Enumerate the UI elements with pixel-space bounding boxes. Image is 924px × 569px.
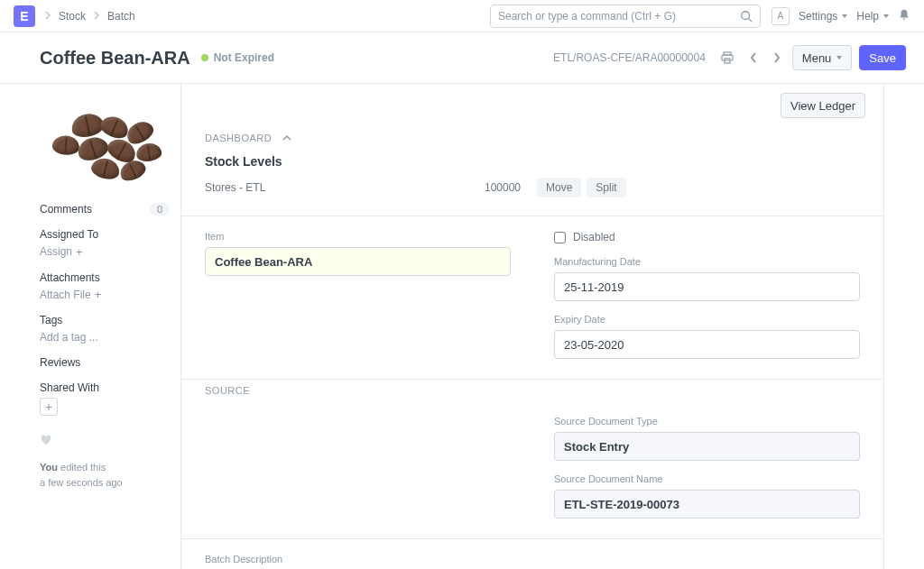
status-badge: Not Expired — [201, 51, 274, 64]
breadcrumb: Stock Batch — [44, 10, 135, 23]
breadcrumb-stock[interactable]: Stock — [59, 10, 86, 23]
stock-store: Stores - ETL — [205, 181, 439, 194]
dashboard-section-label: DASHBOARD — [205, 133, 272, 143]
disabled-checkbox[interactable] — [554, 232, 566, 243]
split-button[interactable]: Split — [587, 178, 625, 197]
chevron-right-icon — [93, 10, 100, 23]
assigned-to-label: Assigned To — [40, 228, 170, 241]
mfg-date-input[interactable] — [554, 272, 860, 301]
search-icon — [740, 10, 753, 23]
plus-icon: + — [95, 288, 102, 301]
add-tag-button[interactable]: Add a tag ... — [40, 331, 98, 344]
chevron-right-icon — [44, 10, 51, 23]
search-input[interactable] — [498, 5, 740, 27]
attach-text: Attach File — [40, 289, 91, 301]
view-ledger-button[interactable]: View Ledger — [781, 93, 865, 118]
print-icon[interactable] — [716, 49, 738, 67]
source-doc-name-label: Source Document Name — [554, 473, 860, 484]
reviews-label: Reviews — [40, 356, 170, 369]
add-share-button[interactable]: + — [40, 398, 58, 416]
next-doc-icon[interactable] — [769, 50, 785, 66]
document-id: ETL/ROAS-CFE/ARA00000004 — [553, 51, 706, 64]
item-image[interactable] — [40, 98, 175, 187]
stock-quantity: 100000 — [439, 181, 521, 194]
stock-levels-heading: Stock Levels — [205, 154, 860, 169]
settings-menu[interactable]: Settings — [799, 10, 847, 23]
edit-when: a few seconds ago — [40, 475, 170, 491]
expiry-date-input[interactable] — [554, 330, 860, 359]
source-doc-type-input[interactable] — [554, 432, 860, 461]
item-input[interactable] — [205, 247, 511, 276]
help-menu[interactable]: Help — [856, 10, 889, 23]
svg-line-1 — [749, 18, 753, 22]
collapse-section-icon[interactable] — [282, 133, 291, 143]
svg-rect-3 — [722, 55, 733, 60]
like-icon[interactable] — [40, 434, 170, 449]
batch-desc-label: Batch Description — [205, 554, 860, 564]
edit-action-text: edited this — [60, 462, 106, 473]
attach-file-button[interactable]: Attach File + — [40, 288, 101, 301]
comments-label[interactable]: Comments — [40, 203, 92, 216]
breadcrumb-batch[interactable]: Batch — [107, 10, 135, 23]
source-doc-type-label: Source Document Type — [554, 416, 860, 427]
shared-with-label: Shared With — [40, 381, 170, 394]
assign-text: Assign — [40, 245, 72, 258]
plus-icon: + — [76, 245, 83, 259]
tags-label: Tags — [40, 314, 170, 326]
svg-point-0 — [742, 11, 750, 19]
assign-button[interactable]: Assign + — [40, 245, 83, 259]
edit-log: You edited this a few seconds ago — [40, 460, 170, 490]
disabled-label: Disabled — [573, 231, 615, 243]
prev-doc-icon[interactable] — [745, 50, 762, 66]
mfg-date-label: Manufacturing Date — [554, 256, 860, 267]
move-button[interactable]: Move — [537, 178, 581, 197]
expiry-date-label: Expiry Date — [554, 314, 860, 325]
page-title: Coffee Bean-ARA — [40, 48, 190, 69]
save-button[interactable]: Save — [859, 45, 906, 70]
menu-button[interactable]: Menu — [792, 45, 853, 70]
source-doc-name-input[interactable] — [554, 490, 860, 519]
user-avatar[interactable]: A — [772, 7, 790, 25]
status-dot-icon — [201, 54, 208, 61]
status-text: Not Expired — [214, 51, 274, 64]
attachments-label: Attachments — [40, 271, 170, 284]
comments-count: 0 — [150, 203, 170, 216]
notifications-icon[interactable] — [898, 8, 910, 23]
source-section-label: SOURCE — [205, 385, 250, 396]
global-search[interactable] — [490, 5, 761, 28]
item-label: Item — [205, 231, 511, 242]
edit-by: You — [40, 462, 58, 473]
app-logo[interactable]: E — [14, 5, 35, 27]
